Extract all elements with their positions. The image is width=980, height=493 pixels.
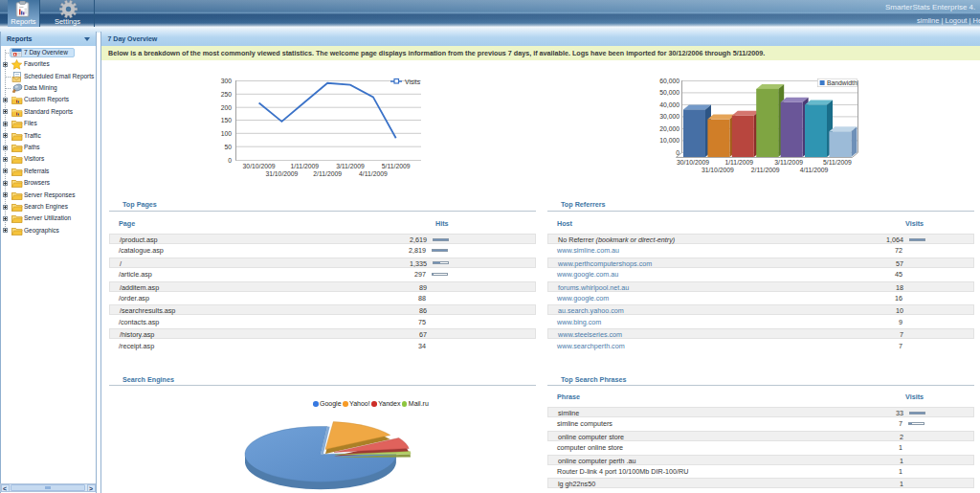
svg-text:4/11/2009: 4/11/2009 bbox=[359, 170, 388, 177]
svg-text:31/10/2009: 31/10/2009 bbox=[702, 167, 734, 173]
svg-text:31/10/2009: 31/10/2009 bbox=[265, 170, 298, 177]
svg-text:300: 300 bbox=[221, 78, 233, 84]
svg-text:30/10/2009: 30/10/2009 bbox=[243, 163, 276, 169]
svg-text:30/10/2009: 30/10/2009 bbox=[677, 159, 709, 166]
svg-text:2/11/2009: 2/11/2009 bbox=[313, 170, 342, 177]
svg-text:20,000: 20,000 bbox=[659, 125, 679, 132]
svg-text:Visits: Visits bbox=[405, 78, 421, 85]
svg-text:30,000: 30,000 bbox=[659, 113, 679, 120]
svg-text:150: 150 bbox=[221, 117, 233, 123]
svg-text:1/11/2009: 1/11/2009 bbox=[290, 163, 319, 169]
svg-text:10,000: 10,000 bbox=[659, 137, 679, 144]
svg-text:5/11/2009: 5/11/2009 bbox=[823, 159, 852, 166]
svg-text:200: 200 bbox=[221, 104, 233, 111]
svg-text:50,000: 50,000 bbox=[659, 89, 679, 96]
svg-text:2/11/2009: 2/11/2009 bbox=[751, 167, 780, 173]
svg-text:3/11/2009: 3/11/2009 bbox=[774, 159, 803, 166]
svg-text:60,000: 60,000 bbox=[659, 78, 679, 84]
svg-text:40,000: 40,000 bbox=[659, 101, 679, 108]
svg-text:5/11/2009: 5/11/2009 bbox=[382, 163, 411, 169]
svg-text:Bandwidth: Bandwidth bbox=[827, 79, 858, 86]
svg-text:250: 250 bbox=[221, 91, 233, 98]
svg-text:3/11/2009: 3/11/2009 bbox=[336, 163, 365, 169]
svg-text:50: 50 bbox=[224, 144, 232, 150]
svg-text:4/11/2009: 4/11/2009 bbox=[800, 167, 829, 173]
svg-text:0: 0 bbox=[676, 149, 679, 156]
svg-text:100: 100 bbox=[221, 130, 233, 137]
svg-text:1/11/2009: 1/11/2009 bbox=[724, 159, 753, 166]
svg-text:0: 0 bbox=[228, 157, 232, 164]
